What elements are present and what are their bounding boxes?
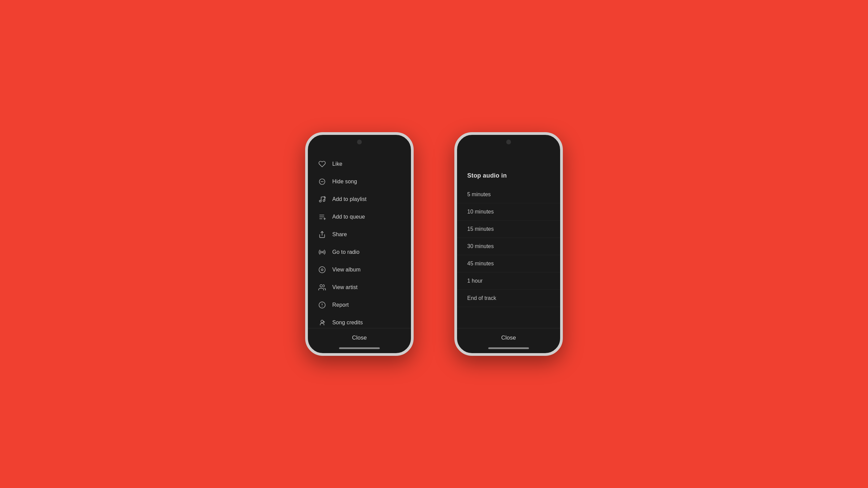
sleep-item-10min[interactable]: 10 minutes [457, 203, 560, 221]
svg-point-19 [321, 320, 323, 323]
close-button-2[interactable]: Close [457, 328, 560, 345]
phone-song-menu: Like Hide song [305, 132, 414, 356]
queue-icon [318, 213, 326, 221]
phone-side-button-2 [562, 176, 563, 196]
phone-content: Like Hide song [308, 135, 411, 353]
menu-item-add-to-playlist[interactable]: Add to playlist [308, 190, 411, 208]
report-label: Report [332, 302, 349, 308]
share-icon [318, 230, 326, 239]
home-bar-1 [339, 347, 380, 349]
menu-item-view-artist[interactable]: View artist [308, 279, 411, 296]
menu-item-go-to-radio[interactable]: Go to radio [308, 243, 411, 261]
flag-icon [318, 301, 326, 309]
sleep-item-end-of-track[interactable]: End of track [457, 290, 560, 307]
music-plus-icon [318, 195, 326, 203]
like-label: Like [332, 161, 342, 167]
svg-point-12 [321, 251, 323, 253]
hide-song-label: Hide song [332, 179, 357, 185]
svg-point-15 [320, 285, 322, 287]
minus-circle-icon [318, 178, 326, 186]
phone-side-button [413, 176, 414, 196]
phone-sleep-timer: Stop audio in 5 minutes 10 minutes 15 mi… [454, 132, 563, 356]
menu-item-share[interactable]: Share [308, 226, 411, 243]
menu-item-add-to-queue[interactable]: Add to queue [308, 208, 411, 226]
person-icon [318, 283, 326, 291]
view-album-label: View album [332, 267, 360, 273]
song-credits-label: Song credits [332, 320, 363, 326]
svg-point-13 [319, 267, 325, 273]
sleep-item-30min[interactable]: 30 minutes [457, 238, 560, 255]
sleep-item-15min[interactable]: 15 minutes [457, 221, 560, 238]
heart-icon [318, 160, 326, 168]
share-label: Share [332, 231, 347, 238]
view-artist-label: View artist [332, 284, 358, 290]
close-button-1[interactable]: Close [308, 328, 411, 345]
menu-item-report[interactable]: Report [308, 296, 411, 314]
add-to-queue-label: Add to queue [332, 214, 365, 220]
home-bar-2 [488, 347, 529, 349]
sleep-timer-header: Stop audio in [457, 152, 560, 186]
sleep-item-5min[interactable]: 5 minutes [457, 186, 560, 203]
menu-list: Like Hide song [308, 152, 411, 328]
menu-item-hide-song[interactable]: Hide song [308, 173, 411, 190]
menu-item-song-credits[interactable]: Song credits [308, 314, 411, 328]
radio-icon [318, 248, 326, 256]
svg-point-2 [319, 200, 321, 202]
credits-icon [318, 319, 326, 327]
menu-item-view-album[interactable]: View album [308, 261, 411, 279]
phone-notch-2 [506, 140, 511, 144]
disc-icon [318, 266, 326, 274]
sleep-timer-list: 5 minutes 10 minutes 15 minutes 30 minut… [457, 186, 560, 328]
svg-point-14 [321, 269, 323, 271]
add-to-playlist-label: Add to playlist [332, 196, 367, 202]
menu-item-like[interactable]: Like [308, 155, 411, 173]
sleep-item-45min[interactable]: 45 minutes [457, 255, 560, 272]
sleep-content: Stop audio in 5 minutes 10 minutes 15 mi… [457, 135, 560, 353]
go-to-radio-label: Go to radio [332, 249, 359, 255]
sleep-item-1hour[interactable]: 1 hour [457, 272, 560, 290]
phone-notch [357, 140, 362, 144]
